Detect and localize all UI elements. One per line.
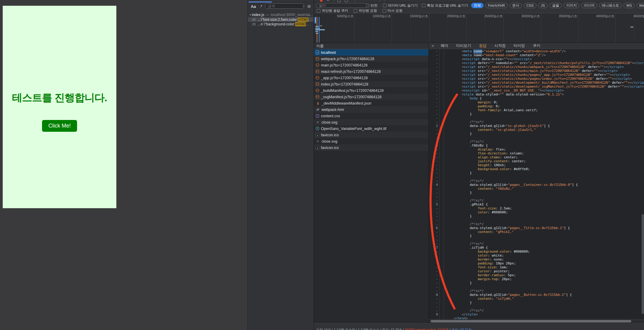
third-party-label: 타사 요청 — [388, 8, 403, 13]
code-text: <script src="/_next/static/development/_… — [444, 85, 644, 89]
request-name: localhost — [321, 50, 336, 55]
horizontal-scrollbar[interactable] — [429, 319, 644, 323]
filter-chip[interactable]: Wasm — [636, 3, 644, 8]
filter-funnel-icon[interactable] — [338, 0, 341, 2]
detail-tab[interactable]: 미리보기 — [452, 43, 475, 48]
throttling-select[interactable] — [354, 0, 380, 2]
third-party-checkbox[interactable]: 타사 요청 — [383, 8, 403, 13]
regex-toggle[interactable]: .* — [260, 4, 262, 9]
timeline-overview[interactable]: 5000밀리초10000밀리초15000밀리초20000밀리초25000밀리초3… — [314, 13, 644, 43]
record-icon[interactable] — [320, 0, 322, 2]
status-item: 로드: 43.71초 — [451, 328, 472, 330]
click-me-button[interactable]: Click Me! — [42, 120, 77, 132]
detail-tab[interactable]: 시작점 — [490, 43, 510, 48]
detail-tab[interactable]: 응답 — [475, 43, 490, 48]
line-gutter: - — [429, 140, 439, 144]
line-gutter: - — [429, 305, 439, 309]
blocked-cookies-checkbox[interactable]: 차단된 응답 쿠키 — [317, 8, 348, 13]
detail-tab[interactable]: 타이밍 — [510, 43, 529, 48]
table-row[interactable]: main.js?ts=1720074864128 — [314, 62, 429, 68]
vertical-scrollbar[interactable] — [642, 50, 644, 315]
table-row[interactable]: react-refresh.js?ts=1720074864128 — [314, 68, 429, 75]
detail-tab[interactable]: 헤더 — [437, 43, 452, 48]
hide-data-urls-checkbox[interactable]: 데이터 URL 숨기기 — [383, 3, 418, 8]
detail-tab[interactable]: 쿠키 — [529, 43, 544, 48]
match-case-toggle[interactable]: Aa — [251, 4, 256, 9]
code-text: font-size: 2.5em; — [444, 206, 512, 210]
column-header-name[interactable]: 이름 — [314, 43, 429, 49]
filter-chip[interactable]: 문서 — [510, 3, 522, 8]
code-line: - <style data-styled="" data-styled-vers… — [429, 92, 644, 96]
search-result-row[interactable]: 28...\"font-size:2.5em;color:#0080... — [248, 17, 314, 22]
code-line: - /*!sc*/ — [429, 120, 644, 124]
script-icon — [316, 57, 319, 60]
code-line: - } — [429, 234, 644, 238]
clear-search-icon[interactable]: ⊘ — [307, 4, 311, 9]
code-line: - /*!sc*/ — [429, 242, 644, 246]
line-gutter: - — [429, 265, 439, 269]
code-text: /*!sc*/ — [444, 222, 484, 226]
filter-chip[interactable]: Fetch/XHR — [485, 3, 508, 8]
table-row[interactable]: ▲favicon.ico — [314, 132, 429, 138]
line-gutter: - — [429, 89, 439, 92]
clear-icon[interactable]: ⊘ — [327, 0, 329, 2]
hide-extension-urls-checkbox[interactable]: 확장 프로그램 URL 숨기기 — [422, 3, 468, 8]
response-code-viewer[interactable]: - <meta name="viewport" content="width=d… — [429, 49, 644, 319]
invert-checkbox[interactable]: 반전 — [365, 3, 377, 8]
fold-gutter — [439, 234, 444, 238]
fold-gutter — [439, 65, 444, 69]
filter-chip[interactable]: 이미지 — [564, 3, 580, 8]
line-gutter: 9 — [429, 312, 439, 316]
scrollbar-thumb[interactable] — [642, 214, 644, 314]
scrollbar-thumb[interactable] — [431, 320, 631, 322]
search-result-row[interactable]: 28...n \"background-color:#0080... — [248, 22, 314, 26]
search-file-row[interactable]: ▾ index.js — localhost:3000/_next/sta... — [248, 12, 314, 17]
filter-chip[interactable]: 미디어 — [581, 3, 597, 8]
filter-chip[interactable]: WS — [623, 3, 635, 8]
close-icon[interactable]: × — [429, 44, 437, 48]
table-row[interactable]: _buildManifest.js?ts=1720074864128 — [314, 87, 429, 94]
search-input[interactable] — [265, 3, 304, 9]
line-gutter: - — [429, 187, 439, 191]
timeline-drag-handle[interactable] — [315, 17, 316, 24]
table-row[interactable]: ×close.svg — [314, 119, 429, 125]
filter-chip[interactable]: 글꼴 — [549, 3, 562, 8]
table-row[interactable]: localhost — [314, 49, 429, 56]
table-row[interactable]: TOpenSans_VariableFont_wdth_wght.ttf — [314, 125, 429, 132]
fold-gutter — [439, 301, 444, 305]
code-line: - <meta name="next-head-count" content="… — [429, 53, 644, 57]
network-filter-input[interactable] — [316, 3, 367, 8]
filter-chip[interactable]: 전체 — [471, 3, 484, 8]
code-line: - border-radius: 5px; — [429, 273, 644, 277]
code-text: .icTjdH { — [444, 246, 488, 250]
code-text: <script src="/_next/static/chunks/pages/… — [444, 77, 632, 81]
search-results-list: 28...\"font-size:2.5em;color:#0080...28.… — [248, 17, 314, 26]
line-gutter: - — [429, 210, 439, 214]
request-name: main.js?ts=1720074864128 — [321, 63, 367, 67]
table-row[interactable]: index.js?ts=1720074864128 — [314, 81, 429, 87]
fold-gutter — [439, 61, 444, 65]
hide-data-urls-label: 데이터 URL 숨기기 — [388, 3, 418, 8]
blocked-requests-checkbox[interactable]: 차단된 요청 — [354, 8, 377, 13]
line-gutter: - — [429, 261, 439, 265]
table-row[interactable]: webpack.js?ts=1720074864128 — [314, 56, 429, 62]
code-line: - <noscript id="__next_css__DO_NOT_USE__… — [429, 89, 644, 92]
search-tabstrip — [248, 0, 314, 2]
table-row[interactable]: _ssgManifest.js?ts=1720074864128 — [314, 94, 429, 100]
filter-chip[interactable]: JS — [538, 3, 548, 8]
code-text: /*!sc*/ — [444, 242, 484, 246]
search-icon[interactable] — [345, 0, 348, 2]
code-text: } — [444, 214, 472, 218]
table-row[interactable]: ×close.svg — [314, 138, 429, 144]
table-row[interactable]: /content.css — [314, 113, 429, 119]
code-line: - <script defer="" nomodule="" src="/_ne… — [429, 61, 644, 65]
code-line: 2 data-styled.g1[id="sc-global-jCauSr1"]… — [429, 124, 644, 128]
table-row[interactable]: {}_devMiddlewareManifest.json — [314, 100, 429, 106]
fold-gutter — [439, 273, 444, 277]
table-row[interactable]: ⇄webpack-hmr — [314, 106, 429, 113]
filter-chip[interactable]: 매니페스트 — [599, 3, 622, 8]
timeline-tick-label: 35000밀리초 — [551, 14, 577, 18]
table-row[interactable]: _app.js?ts=1720074864128 — [314, 75, 429, 81]
filter-chip[interactable]: CSS — [524, 3, 536, 8]
table-row[interactable]: ▲favicon.ico — [314, 144, 429, 151]
